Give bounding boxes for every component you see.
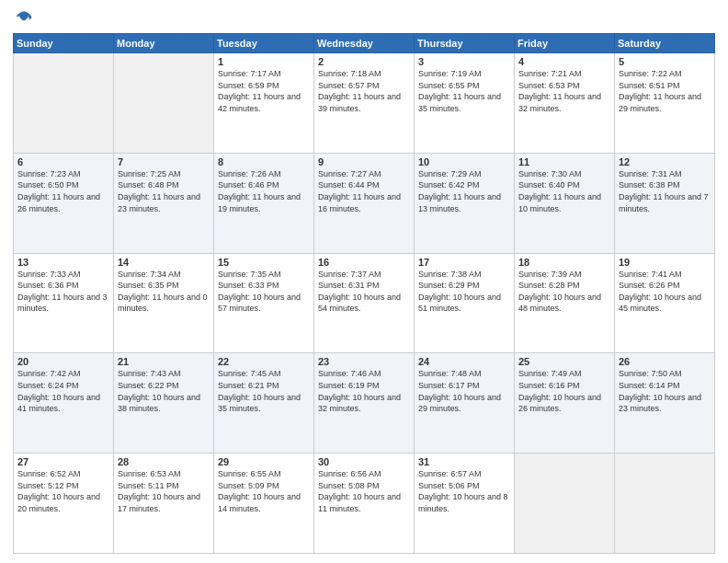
day-detail: Sunrise: 7:29 AM Sunset: 6:42 PM Dayligh…	[418, 168, 510, 214]
calendar-cell: 27Sunrise: 6:52 AM Sunset: 5:12 PM Dayli…	[14, 454, 114, 554]
calendar-week-4: 27Sunrise: 6:52 AM Sunset: 5:12 PM Dayli…	[14, 454, 715, 554]
calendar-cell: 5Sunrise: 7:22 AM Sunset: 6:51 PM Daylig…	[615, 53, 715, 154]
day-detail: Sunrise: 7:37 AM Sunset: 6:31 PM Dayligh…	[318, 269, 410, 315]
calendar-cell: 16Sunrise: 7:37 AM Sunset: 6:31 PM Dayli…	[314, 253, 415, 353]
calendar-cell: 24Sunrise: 7:48 AM Sunset: 6:17 PM Dayli…	[415, 353, 515, 454]
day-number: 14	[118, 257, 210, 268]
calendar-cell: 19Sunrise: 7:41 AM Sunset: 6:26 PM Dayli…	[615, 253, 715, 353]
day-detail: Sunrise: 7:43 AM Sunset: 6:22 PM Dayligh…	[118, 368, 210, 414]
weekday-header-saturday: Saturday	[615, 34, 715, 53]
logo	[13, 9, 33, 28]
day-detail: Sunrise: 7:19 AM Sunset: 6:55 PM Dayligh…	[418, 68, 510, 114]
day-number: 30	[318, 456, 410, 467]
day-detail: Sunrise: 7:33 AM Sunset: 6:36 PM Dayligh…	[17, 269, 109, 315]
day-number: 31	[418, 456, 510, 467]
calendar-cell	[14, 53, 114, 154]
day-number: 20	[17, 356, 109, 367]
calendar-cell: 17Sunrise: 7:38 AM Sunset: 6:29 PM Dayli…	[415, 253, 515, 353]
calendar-table: SundayMondayTuesdayWednesdayThursdayFrid…	[13, 33, 715, 554]
calendar-cell: 6Sunrise: 7:23 AM Sunset: 6:50 PM Daylig…	[14, 153, 114, 253]
weekday-header-wednesday: Wednesday	[314, 34, 415, 53]
day-number: 24	[418, 356, 510, 367]
day-detail: Sunrise: 7:27 AM Sunset: 6:44 PM Dayligh…	[318, 168, 410, 214]
day-detail: Sunrise: 7:23 AM Sunset: 6:50 PM Dayligh…	[17, 168, 109, 214]
calendar-cell: 9Sunrise: 7:27 AM Sunset: 6:44 PM Daylig…	[314, 153, 415, 253]
day-detail: Sunrise: 7:45 AM Sunset: 6:21 PM Dayligh…	[218, 368, 310, 414]
calendar-week-3: 20Sunrise: 7:42 AM Sunset: 6:24 PM Dayli…	[14, 353, 715, 454]
calendar-cell: 21Sunrise: 7:43 AM Sunset: 6:22 PM Dayli…	[114, 353, 214, 454]
day-detail: Sunrise: 7:34 AM Sunset: 6:35 PM Dayligh…	[118, 269, 210, 315]
calendar-cell	[615, 454, 715, 554]
weekday-header-tuesday: Tuesday	[214, 34, 314, 53]
day-number: 6	[17, 156, 109, 167]
calendar-cell: 28Sunrise: 6:53 AM Sunset: 5:11 PM Dayli…	[114, 454, 214, 554]
weekday-header-friday: Friday	[515, 34, 615, 53]
logo-bird-icon	[15, 9, 33, 28]
calendar-week-2: 13Sunrise: 7:33 AM Sunset: 6:36 PM Dayli…	[14, 253, 715, 353]
day-detail: Sunrise: 7:26 AM Sunset: 6:46 PM Dayligh…	[218, 168, 310, 214]
day-number: 5	[619, 56, 711, 67]
page: SundayMondayTuesdayWednesdayThursdayFrid…	[0, 0, 728, 563]
calendar-cell: 22Sunrise: 7:45 AM Sunset: 6:21 PM Dayli…	[214, 353, 314, 454]
day-number: 25	[518, 356, 610, 367]
calendar-cell: 12Sunrise: 7:31 AM Sunset: 6:38 PM Dayli…	[615, 153, 715, 253]
calendar-cell: 31Sunrise: 6:57 AM Sunset: 5:06 PM Dayli…	[415, 454, 515, 554]
day-number: 1	[218, 56, 310, 67]
day-detail: Sunrise: 6:52 AM Sunset: 5:12 PM Dayligh…	[17, 468, 109, 514]
calendar-cell: 15Sunrise: 7:35 AM Sunset: 6:33 PM Dayli…	[214, 253, 314, 353]
calendar-cell: 20Sunrise: 7:42 AM Sunset: 6:24 PM Dayli…	[14, 353, 114, 454]
calendar-cell: 25Sunrise: 7:49 AM Sunset: 6:16 PM Dayli…	[515, 353, 615, 454]
calendar-week-1: 6Sunrise: 7:23 AM Sunset: 6:50 PM Daylig…	[14, 153, 715, 253]
calendar-cell: 29Sunrise: 6:55 AM Sunset: 5:09 PM Dayli…	[214, 454, 314, 554]
weekday-header-sunday: Sunday	[14, 34, 114, 53]
day-detail: Sunrise: 7:21 AM Sunset: 6:53 PM Dayligh…	[518, 68, 610, 114]
day-number: 12	[619, 156, 711, 167]
day-number: 26	[619, 356, 711, 367]
day-detail: Sunrise: 6:55 AM Sunset: 5:09 PM Dayligh…	[218, 468, 310, 514]
day-detail: Sunrise: 7:50 AM Sunset: 6:14 PM Dayligh…	[619, 368, 711, 414]
calendar-cell: 4Sunrise: 7:21 AM Sunset: 6:53 PM Daylig…	[515, 53, 615, 154]
day-number: 18	[518, 257, 610, 268]
day-detail: Sunrise: 7:31 AM Sunset: 6:38 PM Dayligh…	[619, 168, 711, 214]
calendar-cell	[515, 454, 615, 554]
day-detail: Sunrise: 7:41 AM Sunset: 6:26 PM Dayligh…	[619, 269, 711, 315]
calendar-cell: 23Sunrise: 7:46 AM Sunset: 6:19 PM Dayli…	[314, 353, 415, 454]
day-detail: Sunrise: 7:17 AM Sunset: 6:59 PM Dayligh…	[218, 68, 310, 114]
day-detail: Sunrise: 7:39 AM Sunset: 6:28 PM Dayligh…	[518, 269, 610, 315]
day-number: 2	[318, 56, 410, 67]
weekday-header-monday: Monday	[114, 34, 214, 53]
calendar-cell: 18Sunrise: 7:39 AM Sunset: 6:28 PM Dayli…	[515, 253, 615, 353]
day-detail: Sunrise: 7:30 AM Sunset: 6:40 PM Dayligh…	[518, 168, 610, 214]
day-number: 4	[518, 56, 610, 67]
day-detail: Sunrise: 7:25 AM Sunset: 6:48 PM Dayligh…	[118, 168, 210, 214]
day-number: 21	[118, 356, 210, 367]
day-number: 11	[518, 156, 610, 167]
day-number: 10	[418, 156, 510, 167]
day-number: 7	[118, 156, 210, 167]
day-detail: Sunrise: 7:46 AM Sunset: 6:19 PM Dayligh…	[318, 368, 410, 414]
day-detail: Sunrise: 7:22 AM Sunset: 6:51 PM Dayligh…	[619, 68, 711, 114]
calendar-cell	[114, 53, 214, 154]
day-number: 23	[318, 356, 410, 367]
calendar-cell: 11Sunrise: 7:30 AM Sunset: 6:40 PM Dayli…	[515, 153, 615, 253]
calendar-week-0: 1Sunrise: 7:17 AM Sunset: 6:59 PM Daylig…	[14, 53, 715, 154]
day-number: 28	[118, 456, 210, 467]
day-detail: Sunrise: 7:38 AM Sunset: 6:29 PM Dayligh…	[418, 269, 510, 315]
day-detail: Sunrise: 7:18 AM Sunset: 6:57 PM Dayligh…	[318, 68, 410, 114]
day-detail: Sunrise: 6:57 AM Sunset: 5:06 PM Dayligh…	[418, 468, 510, 514]
day-number: 16	[318, 257, 410, 268]
day-number: 3	[418, 56, 510, 67]
header	[13, 9, 715, 28]
calendar-cell: 13Sunrise: 7:33 AM Sunset: 6:36 PM Dayli…	[14, 253, 114, 353]
calendar-cell: 10Sunrise: 7:29 AM Sunset: 6:42 PM Dayli…	[415, 153, 515, 253]
weekday-header-row: SundayMondayTuesdayWednesdayThursdayFrid…	[14, 34, 715, 53]
calendar-cell: 3Sunrise: 7:19 AM Sunset: 6:55 PM Daylig…	[415, 53, 515, 154]
day-number: 19	[619, 257, 711, 268]
day-detail: Sunrise: 7:35 AM Sunset: 6:33 PM Dayligh…	[218, 269, 310, 315]
day-number: 22	[218, 356, 310, 367]
weekday-header-thursday: Thursday	[415, 34, 515, 53]
day-number: 13	[17, 257, 109, 268]
day-detail: Sunrise: 6:56 AM Sunset: 5:08 PM Dayligh…	[318, 468, 410, 514]
calendar-cell: 7Sunrise: 7:25 AM Sunset: 6:48 PM Daylig…	[114, 153, 214, 253]
calendar-cell: 8Sunrise: 7:26 AM Sunset: 6:46 PM Daylig…	[214, 153, 314, 253]
